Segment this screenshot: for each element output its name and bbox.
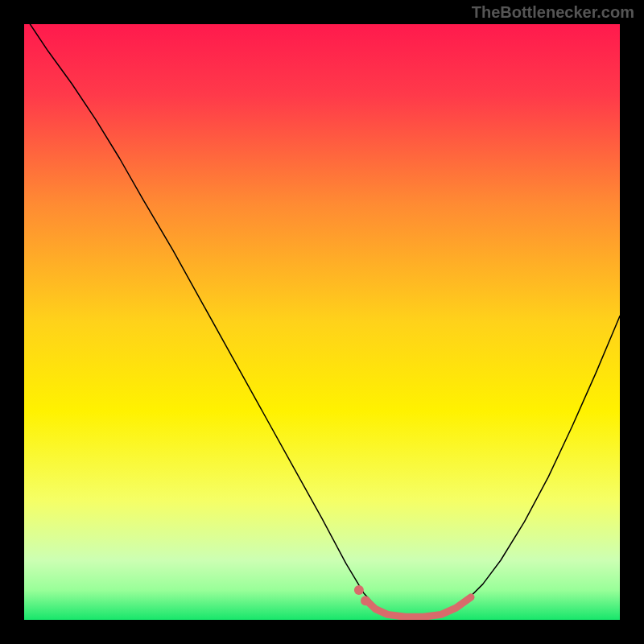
plot-area	[24, 24, 620, 620]
highlight-dot	[354, 585, 364, 595]
chart-container: TheBottlenecker.com	[0, 0, 644, 644]
bottleneck-curve	[30, 24, 620, 618]
highlight-dot	[361, 596, 370, 605]
highlight-bottom-band	[367, 597, 472, 617]
curve-layer	[24, 24, 620, 620]
watermark-text: TheBottlenecker.com	[472, 3, 634, 22]
